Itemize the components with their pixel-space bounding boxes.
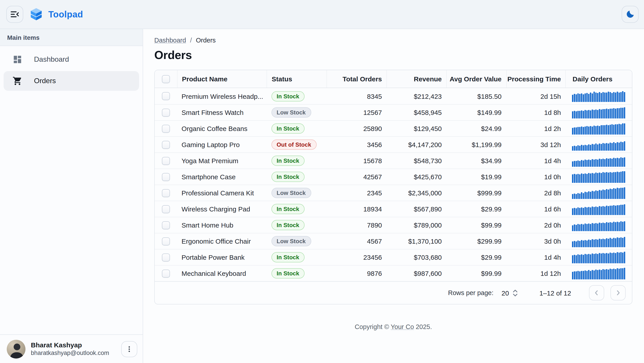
app-window: Toolpad Main items Dashboard [0, 0, 644, 363]
table-row[interactable]: Yoga Mat Premium In Stock 15678 $548,730… [155, 152, 632, 169]
table-row[interactable]: Portable Power Bank In Stock 23456 $703,… [155, 249, 632, 265]
rows-per-page-select[interactable]: 20 [502, 289, 518, 297]
processing-time-cell: 1d 6h [544, 205, 561, 213]
column-header-product-name[interactable]: Product Name [177, 70, 266, 88]
total-orders-cell: 15678 [363, 157, 382, 165]
page-title: Orders [154, 48, 633, 62]
collapse-menu-button[interactable] [6, 6, 23, 23]
column-header-avg-order-value[interactable]: Avg Order Value [446, 70, 506, 88]
avg-order-value-cell: $299.99 [478, 237, 502, 245]
daily-orders-sparkline [572, 268, 626, 279]
row-checkbox[interactable] [162, 141, 170, 149]
revenue-cell: $548,730 [414, 157, 442, 165]
table-footer: Rows per page: 20 1–12 of 12 [155, 281, 632, 304]
avg-order-value-cell: $1,199.99 [472, 141, 502, 148]
column-header-processing-time[interactable]: Processing Time [506, 70, 566, 88]
column-header-daily-orders[interactable]: Daily Orders [566, 70, 632, 88]
table-row[interactable]: Professional Camera Kit Low Stock 2345 $… [155, 185, 632, 201]
table-row[interactable]: Ergonomic Office Chair Low Stock 4567 $1… [155, 233, 632, 249]
table-row[interactable]: Smart Home Hub In Stock 7890 $789,000 $9… [155, 217, 632, 233]
row-checkbox[interactable] [162, 124, 170, 133]
daily-orders-sparkline [572, 187, 626, 199]
table-row[interactable]: Smartphone Case In Stock 42567 $425,670 … [155, 169, 632, 185]
total-orders-cell: 12567 [363, 109, 382, 116]
table-body: Premium Wireless Headp... In Stock 8345 … [155, 88, 632, 281]
column-header-revenue[interactable]: Revenue [386, 70, 446, 88]
table-row[interactable]: Premium Wireless Headp... In Stock 8345 … [155, 88, 632, 104]
daily-orders-sparkline [572, 107, 626, 118]
user-menu-button[interactable] [121, 341, 137, 357]
processing-time-cell: 1d 2h [544, 125, 561, 132]
row-checkbox[interactable] [162, 157, 170, 165]
select-all-checkbox[interactable] [162, 75, 170, 83]
product-name-cell: Mechanical Keyboard [182, 270, 246, 277]
sidebar-nav: Dashboard Orders [0, 46, 143, 96]
processing-time-cell: 2d 8h [544, 189, 561, 197]
row-checkbox[interactable] [162, 253, 170, 261]
table-row[interactable]: Mechanical Keyboard In Stock 9876 $987,6… [155, 265, 632, 281]
cart-icon [12, 76, 22, 86]
sidebar-item-orders[interactable]: Orders [4, 71, 139, 91]
product-name-cell: Wireless Charging Pad [182, 205, 250, 213]
table-row[interactable]: Wireless Charging Pad In Stock 18934 $56… [155, 201, 632, 217]
column-header-total-orders[interactable]: Total Orders [327, 70, 386, 88]
orders-table: Product Name Status Total Orders Revenue… [154, 70, 632, 305]
row-checkbox[interactable] [162, 173, 170, 181]
row-checkbox[interactable] [162, 221, 170, 229]
total-orders-cell: 9876 [367, 270, 382, 277]
row-checkbox[interactable] [162, 108, 170, 116]
breadcrumb-link-dashboard[interactable]: Dashboard [154, 37, 186, 44]
row-checkbox[interactable] [162, 269, 170, 277]
column-header-status[interactable]: Status [266, 70, 327, 88]
product-name-cell: Smart Fitness Watch [182, 109, 244, 116]
processing-time-cell: 1d 4h [544, 254, 561, 261]
avg-order-value-cell: $999.99 [478, 189, 502, 197]
more-vert-icon [125, 345, 133, 353]
revenue-cell: $4,147,200 [408, 141, 442, 148]
row-checkbox[interactable] [162, 189, 170, 197]
total-orders-cell: 42567 [363, 173, 382, 181]
total-orders-cell: 8345 [367, 92, 382, 100]
status-badge: Out of Stock [271, 139, 317, 150]
moon-icon [625, 9, 635, 19]
chevron-right-icon [614, 289, 622, 296]
table-row[interactable]: Organic Coffee Beans In Stock 25890 $129… [155, 120, 632, 136]
table-row[interactable]: Smart Fitness Watch Low Stock 12567 $458… [155, 104, 632, 120]
total-orders-cell: 4567 [367, 237, 382, 245]
next-page-button[interactable] [610, 285, 626, 300]
table-row[interactable]: Gaming Laptop Pro Out of Stock 3456 $4,1… [155, 136, 632, 152]
product-name-cell: Ergonomic Office Chair [182, 237, 251, 245]
row-checkbox[interactable] [162, 237, 170, 245]
row-checkbox[interactable] [162, 205, 170, 213]
avatar [7, 340, 26, 358]
daily-orders-sparkline [572, 155, 626, 167]
total-orders-cell: 23456 [363, 254, 382, 261]
avg-order-value-cell: $29.99 [481, 254, 502, 261]
revenue-cell: $703,680 [414, 254, 442, 261]
processing-time-cell: 3d 12h [540, 141, 561, 148]
main-content: Dashboard / Orders Orders Product Name S… [144, 29, 644, 363]
daily-orders-sparkline [572, 90, 626, 102]
status-badge: In Stock [271, 268, 304, 279]
breadcrumb-separator: / [190, 37, 192, 44]
sidebar-item-dashboard[interactable]: Dashboard [4, 50, 139, 69]
row-checkbox[interactable] [162, 92, 170, 100]
revenue-cell: $987,600 [414, 270, 442, 277]
revenue-cell: $458,945 [414, 109, 442, 116]
status-badge: Low Stock [271, 236, 311, 246]
chevron-left-icon [593, 289, 600, 296]
table-header-row: Product Name Status Total Orders Revenue… [155, 70, 632, 88]
daily-orders-sparkline [572, 171, 626, 183]
daily-orders-sparkline [572, 203, 626, 215]
theme-toggle-button[interactable] [622, 6, 639, 23]
previous-page-button[interactable] [589, 285, 604, 300]
revenue-cell: $425,670 [414, 173, 442, 181]
sidebar-item-label: Orders [34, 77, 56, 85]
status-badge: Low Stock [271, 107, 311, 118]
revenue-cell: $2,345,000 [408, 189, 442, 197]
total-orders-cell: 25890 [363, 125, 382, 132]
sidebar: Main items Dashboard Orders [0, 29, 143, 363]
avg-order-value-cell: $185.50 [478, 92, 502, 100]
product-name-cell: Portable Power Bank [182, 254, 245, 261]
company-link[interactable]: Your Co [391, 323, 414, 330]
